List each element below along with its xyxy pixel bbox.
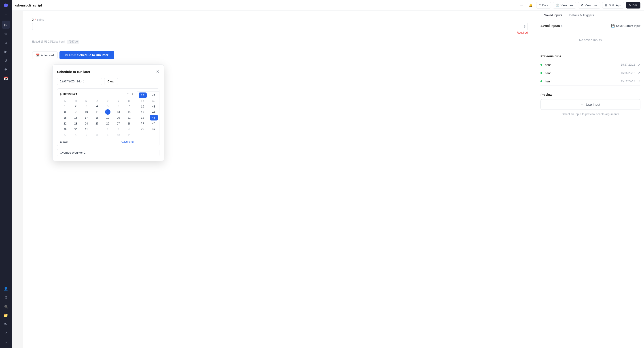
- cal-today-button[interactable]: Aujourd'hui: [121, 140, 134, 143]
- sidebar-item-favorites[interactable]: ☆: [2, 30, 10, 38]
- calendar-prev-button[interactable]: ↑: [126, 91, 130, 96]
- fork-button[interactable]: ⑂ Fork: [536, 2, 551, 9]
- field-input-x[interactable]: [32, 23, 528, 30]
- hour-item-16[interactable]: 16: [139, 104, 147, 109]
- tab-saved-inputs[interactable]: Saved inputs: [540, 11, 566, 20]
- cal-day-om-1[interactable]: 1: [92, 127, 102, 132]
- minute-item-43[interactable]: 43: [150, 104, 158, 109]
- cal-day-16[interactable]: 16: [71, 115, 81, 120]
- tab-details-triggers[interactable]: Details & Triggers: [566, 11, 598, 20]
- cal-day-3[interactable]: 3: [81, 103, 92, 109]
- datetime-input[interactable]: [57, 78, 102, 85]
- cal-day-29[interactable]: 29: [60, 127, 70, 132]
- cal-day-om-10[interactable]: 10: [113, 133, 124, 138]
- sidebar-item-billing[interactable]: $: [2, 56, 10, 65]
- sidebar-item-settings[interactable]: ⚙: [2, 293, 10, 301]
- cal-day-10[interactable]: 10: [81, 109, 92, 115]
- run-link-1[interactable]: ↗: [638, 63, 640, 67]
- sidebar-item-apps[interactable]: ⊞: [2, 12, 10, 20]
- cal-day-18[interactable]: 18: [92, 115, 102, 120]
- hour-item-19[interactable]: 19: [139, 120, 147, 126]
- cal-day-om-7[interactable]: 7: [81, 133, 92, 138]
- notifications-button[interactable]: 🔔: [527, 2, 534, 9]
- cal-day-9[interactable]: 9: [71, 109, 81, 115]
- cal-day-28[interactable]: 28: [124, 121, 134, 126]
- sidebar-item-schedule[interactable]: 📅: [2, 74, 10, 82]
- cal-day-26[interactable]: 26: [103, 121, 113, 126]
- cal-day-om-6[interactable]: 6: [71, 133, 81, 138]
- edit-button[interactable]: ✎ Edit: [626, 2, 640, 9]
- minute-item-46[interactable]: 46: [150, 120, 158, 126]
- cal-day-17[interactable]: 17: [81, 115, 92, 120]
- cal-day-22[interactable]: 22: [60, 121, 70, 126]
- sidebar-item-home[interactable]: ⌂: [2, 39, 10, 47]
- cal-day-24[interactable]: 24: [81, 121, 92, 126]
- cal-day-23[interactable]: 23: [71, 121, 81, 126]
- schedule-modal-close-button[interactable]: ✕: [156, 69, 160, 74]
- cal-day-25[interactable]: 25: [92, 121, 102, 126]
- cal-day-20[interactable]: 20: [113, 115, 124, 120]
- cal-day-31[interactable]: 31: [81, 127, 92, 132]
- cal-day-om-9[interactable]: 9: [103, 133, 113, 138]
- cal-day-13[interactable]: 13: [113, 109, 124, 115]
- override-label: Override Wourker C: [60, 151, 86, 154]
- view-runs-button-1[interactable]: 🕐 View runs: [553, 2, 576, 9]
- cal-day-8[interactable]: 8: [60, 109, 70, 115]
- right-panel-content: Saved Inputs ℹ 💾 Save Current Input No s…: [537, 20, 644, 348]
- minute-item-42[interactable]: 42: [150, 98, 158, 104]
- cal-day-12[interactable]: 12: [105, 109, 110, 115]
- cal-clear-button[interactable]: Effacer: [60, 140, 68, 143]
- run-link-2[interactable]: ↗: [638, 71, 640, 75]
- cal-day-7[interactable]: 7: [124, 103, 134, 109]
- sidebar-item-expand[interactable]: →: [2, 338, 10, 346]
- use-input-button[interactable]: ← Use Input: [540, 99, 640, 110]
- hour-item-18[interactable]: 18: [139, 115, 147, 120]
- right-panel: Saved inputs Details & Triggers Saved In…: [537, 11, 644, 348]
- sidebar-item-files[interactable]: 📁: [2, 311, 10, 319]
- calendar-next-button[interactable]: ↓: [130, 91, 134, 96]
- hour-item-15[interactable]: 15: [139, 98, 147, 104]
- cal-day-15[interactable]: 15: [60, 115, 70, 120]
- sidebar-item-run[interactable]: ▷: [2, 21, 10, 29]
- hour-item-20[interactable]: 20: [139, 126, 147, 132]
- clear-button[interactable]: Clear: [104, 78, 118, 85]
- cal-day-19[interactable]: 19: [103, 115, 113, 120]
- cal-day-21[interactable]: 21: [124, 115, 134, 120]
- minute-item-41[interactable]: 41: [150, 92, 158, 98]
- save-current-input-button[interactable]: 💾 Save Current Input: [611, 24, 640, 28]
- build-app-button[interactable]: ⊞ Build App: [602, 2, 624, 9]
- cal-day-6[interactable]: 6: [113, 103, 124, 109]
- minute-item-45[interactable]: 45: [150, 115, 158, 120]
- sidebar-item-view[interactable]: 👁: [2, 320, 10, 328]
- cal-day-27[interactable]: 27: [113, 121, 124, 126]
- cal-day-4[interactable]: 4: [92, 103, 102, 109]
- hour-item-14[interactable]: 14: [139, 92, 147, 98]
- sidebar-item-users[interactable]: 👤: [2, 284, 10, 292]
- minute-item-47[interactable]: 47: [150, 126, 158, 132]
- schedule-button[interactable]: ⌘ Enter Schedule to run later: [60, 51, 114, 59]
- view-runs-button-2[interactable]: ↺ View runs: [578, 2, 600, 9]
- cal-day-om-3[interactable]: 3: [113, 127, 124, 132]
- cal-day-30[interactable]: 30: [71, 127, 81, 132]
- cal-day-om-11[interactable]: 11: [124, 133, 134, 138]
- cal-day-5[interactable]: 5: [103, 103, 113, 109]
- cal-day-11[interactable]: 11: [92, 109, 102, 115]
- run-link-3[interactable]: ↗: [638, 80, 640, 83]
- sidebar-item-plugins[interactable]: 🔌: [2, 302, 10, 310]
- cal-day-1[interactable]: 1: [60, 103, 70, 109]
- sidebar-item-help[interactable]: ?: [2, 329, 10, 337]
- run-user-3: henri: [545, 80, 618, 83]
- minute-item-44[interactable]: 44: [150, 109, 158, 115]
- hour-item-17[interactable]: 17: [139, 109, 147, 115]
- advanced-button[interactable]: 📅 Advanced: [32, 52, 58, 59]
- cal-day-14[interactable]: 14: [124, 109, 134, 115]
- field-name: X: [32, 18, 34, 21]
- cal-day-2[interactable]: 2: [71, 103, 81, 109]
- sidebar-item-play[interactable]: ▶: [2, 48, 10, 56]
- cal-day-om-8[interactable]: 8: [92, 133, 102, 138]
- cal-day-om-4[interactable]: 4: [124, 127, 134, 132]
- cal-day-om-2[interactable]: 2: [103, 127, 113, 132]
- more-menu-button[interactable]: ⋯: [518, 2, 526, 9]
- sidebar-item-integrations[interactable]: ❖: [2, 65, 10, 73]
- cal-day-om-5[interactable]: 5: [60, 133, 70, 138]
